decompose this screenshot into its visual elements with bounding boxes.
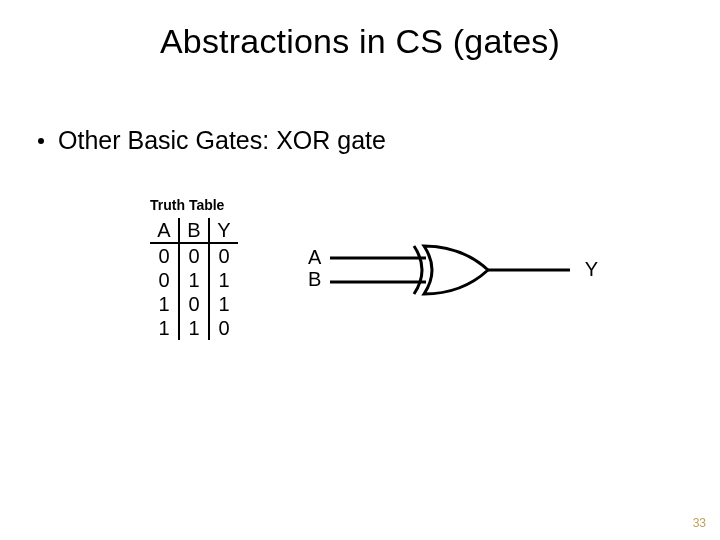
cell: 1 <box>150 292 179 316</box>
cell: 0 <box>179 243 209 268</box>
cell: 0 <box>209 316 238 340</box>
cell: 1 <box>209 268 238 292</box>
cell: 1 <box>179 316 209 340</box>
slide: Abstractions in CS (gates) Other Basic G… <box>0 0 720 540</box>
gate-input-b: B <box>308 268 321 290</box>
table-row: 1 1 0 <box>150 316 238 340</box>
cell: 0 <box>209 243 238 268</box>
table-row: 0 1 1 <box>150 268 238 292</box>
page-number: 33 <box>693 516 706 530</box>
cell: 1 <box>209 292 238 316</box>
cell: 0 <box>179 292 209 316</box>
cell: 1 <box>179 268 209 292</box>
table-row: 1 0 1 <box>150 292 238 316</box>
table-row: A B Y <box>150 218 238 243</box>
truth-table: A B Y 0 0 0 0 1 1 1 0 1 1 1 0 <box>150 218 238 340</box>
bullet-text: Other Basic Gates: XOR gate <box>58 126 386 155</box>
col-header: B <box>179 218 209 243</box>
bullet-dot-icon <box>38 138 44 144</box>
bullet-item: Other Basic Gates: XOR gate <box>38 126 386 155</box>
gate-input-a: A <box>308 246 321 268</box>
slide-title: Abstractions in CS (gates) <box>0 22 720 61</box>
table-row: 0 0 0 <box>150 243 238 268</box>
gate-diagram: A B Y <box>308 240 598 320</box>
gate-output-label: Y <box>585 258 598 281</box>
col-header: Y <box>209 218 238 243</box>
cell: 1 <box>150 316 179 340</box>
col-header: A <box>150 218 179 243</box>
xor-gate-icon <box>330 240 570 300</box>
truth-table-caption: Truth Table <box>150 197 224 213</box>
gate-input-labels: A B <box>308 246 321 290</box>
cell: 0 <box>150 243 179 268</box>
cell: 0 <box>150 268 179 292</box>
